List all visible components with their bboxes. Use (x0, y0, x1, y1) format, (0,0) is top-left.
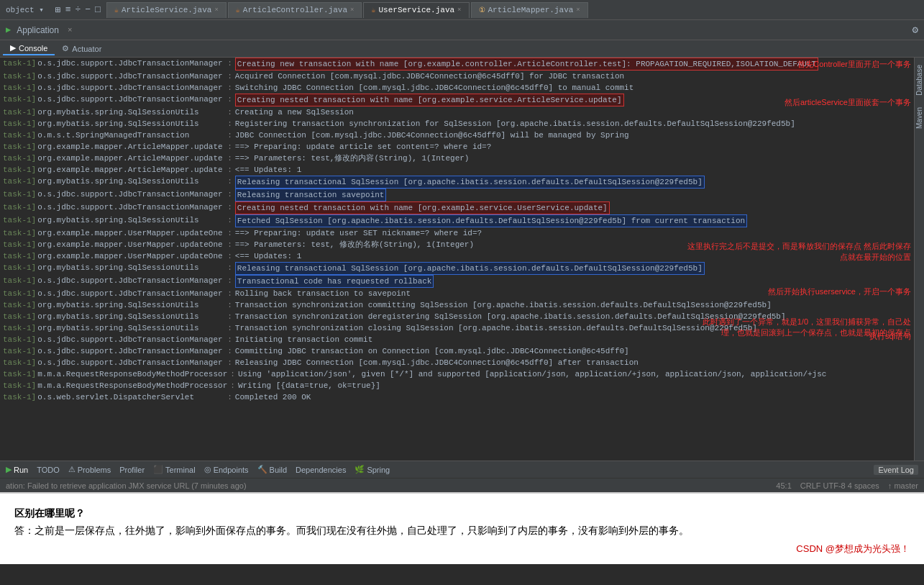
log-line: task-1]org.mybatis.spring.SqlSessionUtil… (0, 176, 924, 189)
build-tab-label: Build (270, 466, 287, 474)
log-task: task-1] (3, 189, 36, 200)
bottom-tab-terminal[interactable]: ⬛ Terminal (153, 465, 196, 474)
log-class: o.s.jdbc.support.JdbcTransactionManager (37, 58, 224, 69)
log-task: task-1] (3, 239, 36, 250)
log-task: task-1] (3, 368, 36, 380)
sidebar-label-maven[interactable]: Maven (915, 107, 923, 129)
bottom-tab-run[interactable]: ▶ Run (6, 465, 28, 474)
bottom-tab-endpoints[interactable]: ◎ Endpoints (204, 465, 249, 474)
log-area[interactable]: task-1]o.s.jdbc.support.JdbcTransactionM… (0, 58, 924, 461)
log-task: task-1] (3, 82, 36, 94)
log-class: o.s.jdbc.support.JdbcTransactionManager (37, 189, 224, 200)
bottom-tab-problems[interactable]: ⚠ Problems (68, 465, 111, 474)
log-separator: : (227, 250, 232, 262)
log-class: org.example.mapper.UserMapper.updateOne (37, 250, 224, 262)
toolbar-icon-4[interactable]: − (85, 4, 91, 15)
tab-close-2[interactable]: × (350, 6, 354, 14)
toolbar-icon-5[interactable]: □ (95, 4, 101, 15)
app-window: object ▾ ⊞ ≡ ÷ − □ ☕ ArticleService.java… (0, 0, 924, 564)
sub-tab-console[interactable]: ▶ Console (3, 42, 55, 55)
top-toolbar: object ▾ ⊞ ≡ ÷ − □ ☕ ArticleService.java… (0, 0, 924, 20)
toolbar-icon-3[interactable]: ÷ (75, 4, 81, 15)
bottom-text-area: 区别在哪里呢？ 答：之前是一层保存点，往外抛了，影响到外面保存点的事务。而我们现… (0, 492, 924, 564)
log-separator: : (227, 141, 232, 153)
log-class: o.s.jdbc.support.JdbcTransactionManager (37, 82, 224, 94)
answer-text: 答：之前是一层保存点，往外抛了，影响到外面保存点的事务。而我们现在没有往外抛，自… (14, 522, 910, 540)
git-branch[interactable]: ↑ master (888, 481, 918, 490)
toolbar-icon-2[interactable]: ≡ (65, 4, 71, 15)
tab-close-1[interactable]: × (214, 6, 218, 14)
object-label: object ▾ (6, 5, 44, 14)
log-message: Switching JDBC Connection [com.mysql.jdb… (235, 82, 634, 94)
log-separator: : (227, 288, 232, 299)
log-separator: : (227, 71, 232, 82)
bottom-tab-spring[interactable]: 🌿 Spring (354, 465, 390, 474)
log-message: Transactional code has requested rollbac… (235, 275, 434, 288)
tab-articlecontroller[interactable]: ☕ ArticleController.java × (228, 2, 362, 18)
close-app-icon[interactable]: × (68, 26, 73, 35)
log-task: task-1] (3, 164, 36, 176)
log-separator: : (227, 391, 232, 403)
log-line: task-1]o.s.jdbc.support.JdbcTransactionM… (0, 345, 924, 357)
tab-close-3[interactable]: × (457, 6, 461, 14)
log-task: task-1] (3, 334, 36, 345)
log-class: org.mybatis.spring.SqlSessionUtils (37, 118, 224, 130)
bottom-tab-profiler[interactable]: Profiler (119, 466, 145, 474)
bottom-tab-dependencies[interactable]: Dependencies (296, 466, 346, 474)
log-message: Releasing transactional SqlSession [org.… (235, 262, 705, 275)
log-message: Transaction synchronization closing SqlS… (235, 322, 757, 334)
log-task: task-1] (3, 58, 36, 69)
log-line: task-1]org.mybatis.spring.SqlSessionUtil… (0, 322, 924, 334)
log-message: Transaction synchronization deregisterin… (235, 311, 786, 322)
log-line: task-1]o.s.jdbc.support.JdbcTransactionM… (0, 288, 924, 299)
actuator-label: Actuator (72, 45, 101, 53)
tab-close-4[interactable]: × (576, 6, 580, 14)
sub-tab-actuator[interactable]: ⚙ Actuator (55, 42, 109, 55)
log-class: org.example.mapper.UserMapper.updateOne (37, 227, 224, 239)
log-message: ==> Parameters: test,修改的内容(String), 1(In… (235, 153, 470, 164)
tab-articleservice[interactable]: ☕ ArticleService.java × (106, 2, 227, 18)
log-separator: : (227, 201, 232, 213)
log-separator: : (227, 311, 232, 322)
log-task: task-1] (3, 176, 36, 187)
log-message: Using 'application/json', given [*/*] an… (238, 368, 827, 380)
endpoints-tab-label: Endpoints (214, 466, 249, 474)
log-task: task-1] (3, 299, 36, 311)
log-task: task-1] (3, 357, 36, 368)
toolbar-icon-1[interactable]: ⊞ (55, 4, 61, 16)
log-class: org.mybatis.spring.SqlSessionUtils (37, 176, 224, 187)
log-message: Releasing JDBC Connection [com.mysql.jdb… (235, 357, 639, 368)
log-task: task-1] (3, 130, 36, 141)
status-left-text: ation: Failed to retrieve application JM… (6, 481, 247, 490)
tab-label-1: ArticleService.java (122, 6, 211, 14)
bottom-tab-todo[interactable]: TODO (37, 466, 60, 474)
log-class: org.mybatis.spring.SqlSessionUtils (37, 214, 224, 226)
tab-label-3: UserService.java (378, 6, 454, 14)
log-task: task-1] (3, 214, 36, 226)
bottom-tab-build[interactable]: 🔨 Build (257, 465, 287, 474)
log-message: ==> Preparing: update user SET nickname=… (235, 227, 482, 239)
tab-userservice[interactable]: ☕ UserService.java × (363, 2, 469, 18)
log-task: task-1] (3, 262, 36, 273)
log-line: task-1]org.example.mapper.UserMapper.upd… (0, 250, 924, 262)
log-line: task-1]o.s.web.servlet.DispatcherServlet… (0, 391, 924, 403)
console-icon: ▶ (10, 43, 16, 53)
log-line: task-1]org.mybatis.spring.SqlSessionUtil… (0, 311, 924, 322)
log-line: task-1]o.s.jdbc.support.JdbcTransactionM… (0, 334, 924, 345)
status-line: ation: Failed to retrieve application JM… (0, 478, 924, 492)
tab-articlemapper[interactable]: ① ArticleMapper.java × (471, 2, 588, 18)
log-class: o.s.jdbc.support.JdbcTransactionManager (37, 288, 224, 299)
log-line: task-1]o.s.jdbc.support.JdbcTransactionM… (0, 58, 924, 71)
log-separator: : (227, 275, 232, 286)
log-message: Creating nested transaction with name [o… (235, 201, 610, 214)
log-task: task-1] (3, 311, 36, 322)
sidebar-label-database[interactable]: Database (915, 65, 923, 96)
log-separator: : (230, 368, 235, 380)
log-class: o.s.jdbc.support.JdbcTransactionManager (37, 94, 224, 105)
log-line: task-1]org.example.mapper.UserMapper.upd… (0, 227, 924, 239)
app-title: Application (17, 25, 59, 35)
log-task: task-1] (3, 201, 36, 213)
file-tabs: ☕ ArticleService.java × ☕ ArticleControl… (106, 2, 918, 18)
event-log-button[interactable]: Event Log (874, 465, 918, 475)
gear-icon[interactable]: ⚙ (912, 24, 918, 36)
